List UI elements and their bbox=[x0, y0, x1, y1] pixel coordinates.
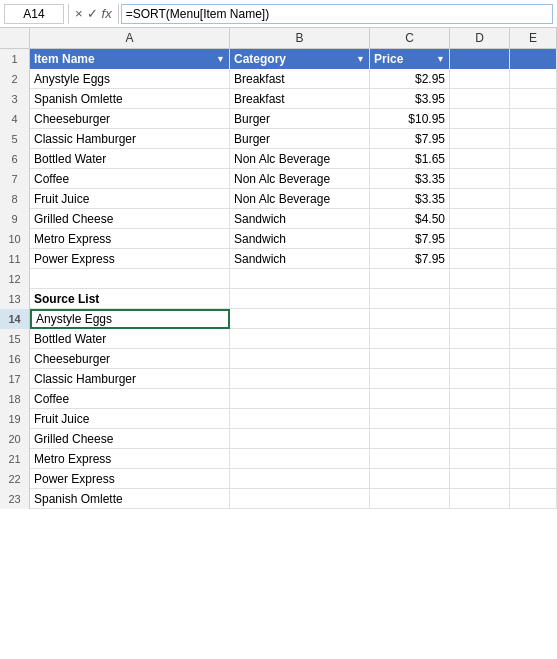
cell-c-18[interactable] bbox=[370, 389, 450, 409]
cell-d-11[interactable] bbox=[450, 249, 510, 269]
cell-b-12[interactable] bbox=[230, 269, 370, 289]
cell-b-13[interactable] bbox=[230, 289, 370, 309]
cell-a-11[interactable]: Power Express bbox=[30, 249, 230, 269]
cell-d-15[interactable] bbox=[450, 329, 510, 349]
cell-d-18[interactable] bbox=[450, 389, 510, 409]
cell-c-7[interactable]: $3.35 bbox=[370, 169, 450, 189]
cell-d-22[interactable] bbox=[450, 469, 510, 489]
cell-e-10[interactable] bbox=[510, 229, 557, 249]
cell-c-4[interactable]: $10.95 bbox=[370, 109, 450, 129]
cell-b-23[interactable] bbox=[230, 489, 370, 509]
cell-a-16[interactable]: Cheeseburger bbox=[30, 349, 230, 369]
cancel-icon[interactable]: × bbox=[75, 6, 83, 21]
cell-c-10[interactable]: $7.95 bbox=[370, 229, 450, 249]
cell-a-14[interactable]: Anystyle Eggs bbox=[30, 309, 230, 329]
cell-d-21[interactable] bbox=[450, 449, 510, 469]
cell-a-1[interactable]: Item Name▼ bbox=[30, 49, 230, 69]
cell-a-22[interactable]: Power Express bbox=[30, 469, 230, 489]
cell-e-12[interactable] bbox=[510, 269, 557, 289]
cell-a-19[interactable]: Fruit Juice bbox=[30, 409, 230, 429]
cell-e-23[interactable] bbox=[510, 489, 557, 509]
cell-c-21[interactable] bbox=[370, 449, 450, 469]
cell-a-10[interactable]: Metro Express bbox=[30, 229, 230, 249]
cell-a-2[interactable]: Anystyle Eggs bbox=[30, 69, 230, 89]
filter-icon-b[interactable]: ▼ bbox=[354, 54, 365, 64]
cell-b-1[interactable]: Category▼ bbox=[230, 49, 370, 69]
confirm-icon[interactable]: ✓ bbox=[87, 6, 98, 21]
cell-b-10[interactable]: Sandwich bbox=[230, 229, 370, 249]
cell-b-8[interactable]: Non Alc Beverage bbox=[230, 189, 370, 209]
cell-b-16[interactable] bbox=[230, 349, 370, 369]
cell-c-16[interactable] bbox=[370, 349, 450, 369]
cell-b-7[interactable]: Non Alc Beverage bbox=[230, 169, 370, 189]
col-header-c[interactable]: C bbox=[370, 28, 450, 48]
cell-b-2[interactable]: Breakfast bbox=[230, 69, 370, 89]
cell-d-9[interactable] bbox=[450, 209, 510, 229]
cell-e-22[interactable] bbox=[510, 469, 557, 489]
cell-d-4[interactable] bbox=[450, 109, 510, 129]
cell-d-19[interactable] bbox=[450, 409, 510, 429]
cell-c-23[interactable] bbox=[370, 489, 450, 509]
cell-e-4[interactable] bbox=[510, 109, 557, 129]
cell-b-22[interactable] bbox=[230, 469, 370, 489]
cell-c-20[interactable] bbox=[370, 429, 450, 449]
cell-c-3[interactable]: $3.95 bbox=[370, 89, 450, 109]
cell-e-20[interactable] bbox=[510, 429, 557, 449]
cell-b-14[interactable] bbox=[230, 309, 370, 329]
cell-d-12[interactable] bbox=[450, 269, 510, 289]
cell-e-15[interactable] bbox=[510, 329, 557, 349]
cell-c-11[interactable]: $7.95 bbox=[370, 249, 450, 269]
cell-d-17[interactable] bbox=[450, 369, 510, 389]
col-header-e[interactable]: E bbox=[510, 28, 557, 48]
cell-a-4[interactable]: Cheeseburger bbox=[30, 109, 230, 129]
formula-input[interactable] bbox=[121, 4, 553, 24]
cell-e-7[interactable] bbox=[510, 169, 557, 189]
cell-b-9[interactable]: Sandwich bbox=[230, 209, 370, 229]
cell-c-1[interactable]: Price▼ bbox=[370, 49, 450, 69]
cell-c-14[interactable] bbox=[370, 309, 450, 329]
cell-e-21[interactable] bbox=[510, 449, 557, 469]
cell-e-19[interactable] bbox=[510, 409, 557, 429]
cell-a-5[interactable]: Classic Hamburger bbox=[30, 129, 230, 149]
cell-e-3[interactable] bbox=[510, 89, 557, 109]
cell-a-23[interactable]: Spanish Omlette bbox=[30, 489, 230, 509]
cell-b-18[interactable] bbox=[230, 389, 370, 409]
cell-reference-box[interactable]: A14 bbox=[4, 4, 64, 24]
cell-e-16[interactable] bbox=[510, 349, 557, 369]
cell-b-6[interactable]: Non Alc Beverage bbox=[230, 149, 370, 169]
cell-e-17[interactable] bbox=[510, 369, 557, 389]
cell-a-20[interactable]: Grilled Cheese bbox=[30, 429, 230, 449]
cell-d-8[interactable] bbox=[450, 189, 510, 209]
cell-d-16[interactable] bbox=[450, 349, 510, 369]
cell-e-1[interactable] bbox=[510, 49, 557, 69]
cell-e-2[interactable] bbox=[510, 69, 557, 89]
cell-c-13[interactable] bbox=[370, 289, 450, 309]
filter-icon-a[interactable]: ▼ bbox=[214, 54, 225, 64]
cell-a-13[interactable]: Source List bbox=[30, 289, 230, 309]
cell-d-14[interactable] bbox=[450, 309, 510, 329]
fx-icon[interactable]: fx bbox=[102, 6, 112, 21]
cell-e-13[interactable] bbox=[510, 289, 557, 309]
cell-a-7[interactable]: Coffee bbox=[30, 169, 230, 189]
cell-d-6[interactable] bbox=[450, 149, 510, 169]
cell-a-12[interactable] bbox=[30, 269, 230, 289]
cell-d-23[interactable] bbox=[450, 489, 510, 509]
cell-a-21[interactable]: Metro Express bbox=[30, 449, 230, 469]
cell-b-11[interactable]: Sandwich bbox=[230, 249, 370, 269]
cell-b-4[interactable]: Burger bbox=[230, 109, 370, 129]
filter-icon-c[interactable]: ▼ bbox=[434, 54, 445, 64]
cell-a-17[interactable]: Classic Hamburger bbox=[30, 369, 230, 389]
cell-a-15[interactable]: Bottled Water bbox=[30, 329, 230, 349]
cell-e-8[interactable] bbox=[510, 189, 557, 209]
cell-c-19[interactable] bbox=[370, 409, 450, 429]
cell-b-19[interactable] bbox=[230, 409, 370, 429]
cell-c-6[interactable]: $1.65 bbox=[370, 149, 450, 169]
cell-c-15[interactable] bbox=[370, 329, 450, 349]
cell-c-12[interactable] bbox=[370, 269, 450, 289]
cell-b-17[interactable] bbox=[230, 369, 370, 389]
cell-b-15[interactable] bbox=[230, 329, 370, 349]
cell-d-5[interactable] bbox=[450, 129, 510, 149]
cell-e-18[interactable] bbox=[510, 389, 557, 409]
cell-d-13[interactable] bbox=[450, 289, 510, 309]
cell-c-17[interactable] bbox=[370, 369, 450, 389]
